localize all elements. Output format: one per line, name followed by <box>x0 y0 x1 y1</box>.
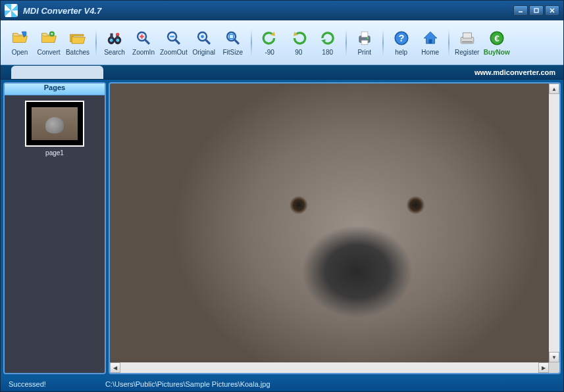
main-viewer: ▲ ▼ ◀ ▶ <box>109 82 561 374</box>
original-button[interactable]: Original <box>190 24 218 62</box>
fitsize-button[interactable]: FitSize <box>219 24 247 62</box>
body-area: Pages page1 ▲ ▼ ◀ ▶ <box>1 80 563 377</box>
svg-text:€: € <box>494 34 499 43</box>
toolbar: OpenConvertBatchesSearchZoomInZoomOutOri… <box>1 20 563 65</box>
svg-rect-24 <box>229 34 234 39</box>
zoomout-button[interactable]: ZoomOut <box>159 24 189 62</box>
open-button[interactable]: Open <box>6 24 34 62</box>
svg-line-20 <box>205 39 210 44</box>
binoculars-icon <box>105 29 124 47</box>
toolbar-separator <box>95 30 97 56</box>
close-button[interactable] <box>545 5 559 16</box>
svg-rect-26 <box>361 32 368 37</box>
vertical-scrollbar[interactable]: ▲ ▼ <box>549 84 559 362</box>
zoomin-button[interactable]: ZoomIn <box>130 24 157 62</box>
svg-point-9 <box>110 39 113 42</box>
sidebar-content: page1 <box>5 95 105 373</box>
toolbar-label: 90 <box>295 49 302 56</box>
website-url[interactable]: www.mdiconverter.com <box>474 68 555 76</box>
scroll-right-button[interactable]: ▶ <box>538 362 549 373</box>
svg-rect-7 <box>111 34 113 39</box>
svg-rect-33 <box>463 33 471 38</box>
euro-icon: € <box>488 29 506 47</box>
document-tab[interactable] <box>11 66 103 79</box>
toolbar-label: Home <box>421 49 439 56</box>
svg-rect-1 <box>534 9 538 12</box>
scroll-down-button[interactable]: ▼ <box>549 352 559 362</box>
scroll-left-button[interactable]: ◀ <box>110 362 120 373</box>
thumbnail-label: page1 <box>45 149 64 157</box>
print-button[interactable]: Print <box>351 24 378 62</box>
svg-point-28 <box>367 37 368 39</box>
status-filepath: C:\Users\Public\Pictures\Sample Pictures… <box>105 380 270 388</box>
toolbar-label: ZoomIn <box>132 49 155 56</box>
scroll-up-button[interactable]: ▲ <box>549 84 559 94</box>
image-viewport[interactable]: ▲ ▼ ◀ ▶ <box>110 84 559 373</box>
svg-text:?: ? <box>398 33 404 43</box>
buynow-button[interactable]: €BuyNow <box>482 24 511 62</box>
printer-icon <box>355 29 374 47</box>
rotate-90-button[interactable]: 90 <box>285 24 313 62</box>
rotate-left-icon <box>261 29 279 47</box>
toolbar-label: Register <box>455 49 479 56</box>
toolbar-label: Print <box>357 49 371 56</box>
svg-point-10 <box>116 39 119 42</box>
rotate-180-button[interactable]: 180 <box>314 24 342 62</box>
maximize-button[interactable] <box>529 5 544 16</box>
titlebar[interactable]: MDI Converter V4.7 <box>1 1 563 20</box>
convert-button[interactable]: Convert <box>35 24 63 62</box>
statusbar: Successed! C:\Users\Public\Pictures\Samp… <box>1 377 563 391</box>
toolbar-separator <box>346 30 347 56</box>
scroll-track-h[interactable] <box>120 362 538 373</box>
svg-point-11 <box>116 33 119 36</box>
document-image <box>110 84 559 373</box>
folder-batch-icon <box>68 29 87 47</box>
register-button[interactable]: Register <box>453 24 481 62</box>
page-thumbnail[interactable] <box>25 101 84 147</box>
zoom-in-icon <box>134 29 153 47</box>
batches-button[interactable]: Batches <box>64 24 91 62</box>
zoom-out-icon <box>165 29 183 47</box>
help-icon: ? <box>392 29 411 47</box>
toolbar-separator <box>382 30 384 56</box>
scroll-track-v[interactable] <box>549 94 559 352</box>
svg-line-17 <box>175 39 180 44</box>
search-button[interactable]: Search <box>101 24 128 62</box>
svg-point-22 <box>227 32 236 41</box>
toolbar-separator <box>448 30 449 56</box>
toolbar-label: 180 <box>322 49 333 56</box>
rotate-180-icon <box>319 29 337 47</box>
help-button[interactable]: ?help <box>388 24 415 62</box>
svg-rect-34 <box>462 41 473 43</box>
folder-convert-icon <box>39 29 58 47</box>
toolbar-label: Batches <box>66 49 90 56</box>
app-title: MDI Converter V4.7 <box>23 6 101 16</box>
app-icon <box>5 4 18 17</box>
register-icon <box>458 29 476 47</box>
home-button[interactable]: Home <box>417 24 444 62</box>
toolbar-label: FitSize <box>222 49 243 56</box>
toolbar-label: help <box>395 49 407 56</box>
home-icon <box>421 29 440 47</box>
svg-line-23 <box>234 39 239 44</box>
zoom-fit-icon <box>224 29 242 47</box>
toolbar-label: Original <box>192 49 215 56</box>
svg-point-21 <box>201 35 204 38</box>
status-message: Successed! <box>9 380 46 388</box>
toolbar-label: BuyNow <box>484 49 510 56</box>
toolbar-separator <box>251 30 252 56</box>
rotate-m90-button[interactable]: -90 <box>256 24 284 62</box>
toolbar-label: Search <box>104 49 125 56</box>
horizontal-scrollbar[interactable]: ◀ ▶ <box>110 362 549 373</box>
svg-line-13 <box>145 39 149 44</box>
pages-sidebar: Pages page1 <box>3 82 106 374</box>
toolbar-label: Open <box>12 49 28 56</box>
rotate-right-icon <box>290 29 308 47</box>
toolbar-label: -90 <box>265 49 274 56</box>
folder-open-icon <box>11 29 29 47</box>
svg-rect-31 <box>428 39 432 44</box>
window-controls <box>513 5 559 16</box>
toolbar-label: ZoomOut <box>160 49 188 56</box>
thumbnail-image <box>32 107 78 140</box>
minimize-button[interactable] <box>513 5 528 16</box>
